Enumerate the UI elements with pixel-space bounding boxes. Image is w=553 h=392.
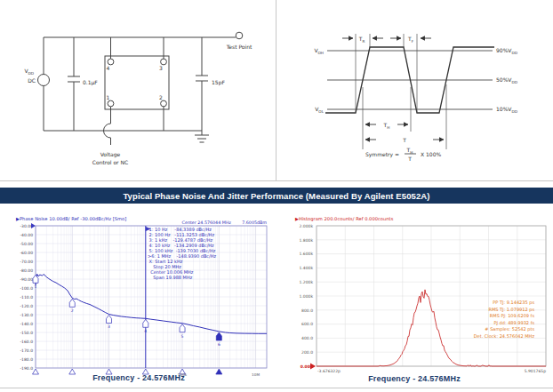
pn-marker-number: 5 <box>181 334 184 339</box>
pn-marker-tag-icon <box>33 275 38 283</box>
hist-stats-line: PJ dd: 489.9932 fs <box>493 320 534 325</box>
level-90-label: 90%VDD <box>496 47 517 55</box>
pn-y-tick: -110.0 <box>20 295 33 300</box>
tf-label: TF <box>407 36 414 44</box>
phase-noise-chart: -30.00-40.00-50.00-60.00-70.00-80.00-90.… <box>4 212 274 379</box>
pn-y-tick: -60.00 <box>20 251 33 255</box>
vdd-label: VDD <box>24 68 34 76</box>
pn-y-tick: -50.00 <box>20 242 33 246</box>
pn-y-tick: -80.00 <box>20 268 33 273</box>
pn-y-tick: -130.0 <box>20 313 33 317</box>
horizontal-divider <box>0 180 553 181</box>
hist-stats-line: # Samples: 52542 pts <box>485 326 534 332</box>
bottom-divider <box>0 388 553 388</box>
hist-x-right-label: 5.901765p <box>525 369 546 373</box>
ground-symbol <box>195 131 209 142</box>
hist-y-tick: 800.0 <box>301 308 313 313</box>
test-point-label: Test Point <box>226 44 252 50</box>
pin-2-circle <box>161 100 167 107</box>
datasheet-page: VDD DC 0.1µF 15pF Test Point 4 3 1 2 Vol… <box>0 0 553 392</box>
pn-marker-number: 2 <box>71 308 74 313</box>
hist-ref-level-icon <box>310 364 316 370</box>
test-point-terminal <box>236 32 243 39</box>
hist-stats-line: Det. Clock: 24.576042 MHz <box>474 333 535 339</box>
pn-y-tick: -140.0 <box>20 322 33 326</box>
hist-y-tick: 400.0 <box>301 336 313 340</box>
hist-y-tick: 1.200k <box>300 280 314 284</box>
tr-label: TR <box>358 36 365 44</box>
pn-marker-number: 6 <box>218 342 220 347</box>
hist-stats-line: PP TJ: 9.144235 ps <box>493 300 534 306</box>
waveform-timing-diagram: VOH VOL 90%VDD 50%VDD 10%VDD TR TF TH T … <box>276 0 553 180</box>
pn-marker-number: 3 <box>108 324 110 329</box>
control-label-line2: Control or NC <box>92 159 128 165</box>
symmetry-suffix: X 100% <box>421 151 441 157</box>
circuit-wires <box>38 32 243 145</box>
pn-header: Center 24.576044 MHz 7.6005dBm <box>182 220 268 225</box>
pn-y-tick: -180.0 <box>20 357 33 362</box>
measurement-arrows <box>342 38 444 140</box>
voh-label: VOH <box>314 47 324 55</box>
jitter-histogram-chart: 2.000k1.800k1.600k1.400k1.200k1.000k800.… <box>279 212 549 379</box>
hist-y-tick: 1.800k <box>300 238 314 243</box>
section-banner: Typical Phase Noise And Jitter Performan… <box>0 188 553 204</box>
test-circuit-diagram: VDD DC 0.1µF 15pF Test Point 4 3 1 2 Vol… <box>0 0 276 180</box>
pin-1-label: 1 <box>107 94 110 100</box>
symmetry-prefix: Symmetry = <box>365 151 399 158</box>
vol-label: VOL <box>315 106 324 114</box>
dc-source-symbol <box>38 75 50 86</box>
pn-y-tick: -30.00 <box>20 224 33 228</box>
pn-y-tick: -120.0 <box>20 304 33 308</box>
pn-title: ▶Phase Noise 10.00dB/ Ref -30.00dBc/Hz [… <box>16 216 126 221</box>
pin-1-circle <box>108 100 114 107</box>
pin-4-circle <box>108 59 114 65</box>
hist-stats-line: RMS TJ: 1.079912 ps <box>488 307 534 313</box>
hist-title: ▶Histogram 200.0counts/ Ref 0.000counts <box>295 216 394 222</box>
hist-x-left-label: -3.676322p <box>317 369 341 373</box>
phase-noise-xlabel: Frequency - 24.576MHz <box>4 373 274 382</box>
hist-y-tick: 1.000k <box>300 294 314 299</box>
hist-y-tick: 200.0 <box>301 350 313 355</box>
pin-4-label: 4 <box>107 65 110 71</box>
wire-hop <box>104 124 111 145</box>
banner-title: Typical Phase Noise And Jitter Performan… <box>123 191 429 201</box>
pn-marker-number: 4 <box>144 329 147 333</box>
dut-package <box>105 56 169 109</box>
pn-y-tick: -70.00 <box>20 260 33 264</box>
hist-y-tick: 1.600k <box>300 252 314 256</box>
symmetry-numerator: TH <box>406 147 413 155</box>
hist-y-tick: 600.0 <box>301 322 313 326</box>
level-10-label: 10%VDD <box>496 106 517 114</box>
pn-y-tick: -160.0 <box>20 340 33 344</box>
pn-y-tick: -40.00 <box>20 233 33 237</box>
vertical-divider <box>276 0 276 180</box>
pn-y-tick: -100.0 <box>20 286 33 291</box>
pin-3-circle <box>161 59 167 65</box>
pn-y-tick: -150.0 <box>20 331 33 335</box>
pn-y-tick: -190.0 <box>20 366 33 371</box>
hist-stats-line: RMS PJ: 109.6209 fs <box>490 313 535 318</box>
pn-marker-table-line: Span 19.988 MHz <box>148 275 193 281</box>
pn-y-tick: -170.0 <box>20 348 33 353</box>
t-label: T <box>402 137 406 143</box>
bypass-cap-label: 0.1µF <box>83 79 98 86</box>
control-label-line1: Voltage <box>100 151 121 158</box>
th-label: TH <box>383 122 390 130</box>
pin-3-label: 3 <box>159 65 163 71</box>
histogram-xlabel: Frequency - 24.576MHz <box>279 374 549 383</box>
level-50-label: 50%VDD <box>496 76 517 84</box>
symmetry-denominator: T <box>407 156 412 162</box>
pn-y-tick: -90.00 <box>20 277 33 282</box>
pn-marker-number: 1 <box>35 284 37 289</box>
pin-2-label: 2 <box>159 94 163 100</box>
pn-ref-level-icon <box>31 223 36 228</box>
dc-label: DC <box>28 77 36 84</box>
load-cap-label: 15pF <box>212 79 225 86</box>
hist-y-tick: 1.400k <box>300 266 314 270</box>
hist-y-tick: 2.000k <box>300 224 314 228</box>
